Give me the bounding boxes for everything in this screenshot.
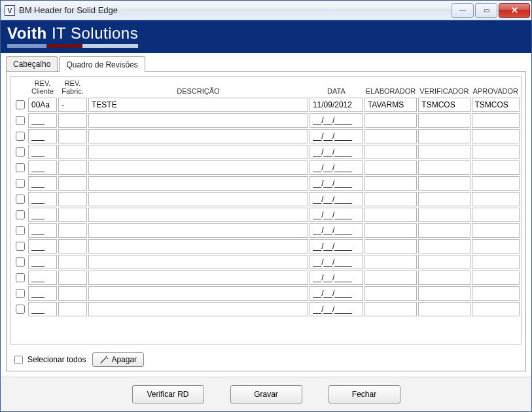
data-input[interactable]	[310, 160, 363, 175]
rev-fabric-input[interactable]	[58, 302, 87, 316]
rev-cliente-input[interactable]	[28, 192, 57, 206]
verificador-input[interactable]	[418, 239, 470, 253]
data-input[interactable]	[310, 192, 363, 206]
aprovador-input[interactable]	[472, 176, 520, 191]
elaborador-input[interactable]	[364, 239, 417, 253]
row-checkbox[interactable]	[16, 195, 25, 204]
select-all-label[interactable]: Selecionar todos	[12, 354, 86, 366]
row-checkbox[interactable]	[16, 226, 25, 235]
row-checkbox[interactable]	[16, 289, 25, 298]
verificador-input[interactable]	[418, 98, 470, 112]
verificador-input[interactable]	[418, 160, 470, 175]
rev-cliente-input[interactable]	[28, 113, 57, 128]
data-input[interactable]	[310, 302, 363, 316]
table-scroll[interactable]: REV. Cliente REV. Fabric. DESCRIÇÃO	[11, 77, 521, 344]
elaborador-input[interactable]	[364, 113, 417, 128]
data-input[interactable]	[310, 255, 363, 269]
rev-cliente-input[interactable]	[28, 271, 57, 285]
close-form-button[interactable]: Fechar	[328, 385, 400, 403]
aprovador-input[interactable]	[472, 302, 520, 316]
row-checkbox[interactable]	[16, 116, 25, 125]
descricao-input[interactable]	[88, 129, 308, 143]
rev-fabric-input[interactable]	[58, 223, 87, 238]
row-checkbox[interactable]	[16, 273, 25, 282]
aprovador-input[interactable]	[472, 286, 520, 301]
data-input[interactable]	[310, 129, 363, 143]
rev-fabric-input[interactable]	[58, 160, 87, 175]
maximize-button[interactable]: ▭	[475, 3, 497, 18]
close-button[interactable]: ✕	[499, 3, 530, 18]
elaborador-input[interactable]	[364, 176, 417, 191]
data-input[interactable]	[310, 223, 363, 238]
verificador-input[interactable]	[418, 129, 470, 143]
descricao-input[interactable]	[88, 98, 308, 112]
rev-cliente-input[interactable]	[28, 302, 57, 316]
rev-cliente-input[interactable]	[28, 255, 57, 269]
aprovador-input[interactable]	[472, 98, 520, 112]
data-input[interactable]	[310, 271, 363, 285]
rev-cliente-input[interactable]	[28, 176, 57, 191]
row-checkbox[interactable]	[16, 179, 25, 188]
descricao-input[interactable]	[88, 176, 308, 191]
rev-fabric-input[interactable]	[58, 129, 87, 143]
aprovador-input[interactable]	[472, 223, 520, 238]
elaborador-input[interactable]	[364, 98, 417, 112]
descricao-input[interactable]	[88, 302, 308, 316]
data-input[interactable]	[310, 208, 363, 222]
verificador-input[interactable]	[418, 113, 470, 128]
verificador-input[interactable]	[418, 176, 470, 191]
rev-cliente-input[interactable]	[28, 286, 57, 301]
verificador-input[interactable]	[418, 302, 470, 316]
elaborador-input[interactable]	[364, 160, 417, 175]
rev-fabric-input[interactable]	[58, 271, 87, 285]
row-checkbox[interactable]	[16, 257, 25, 267]
rev-fabric-input[interactable]	[58, 192, 87, 206]
descricao-input[interactable]	[88, 255, 308, 269]
rev-fabric-input[interactable]	[58, 208, 87, 222]
elaborador-input[interactable]	[364, 286, 417, 301]
rev-fabric-input[interactable]	[58, 176, 87, 191]
rev-cliente-input[interactable]	[28, 98, 57, 112]
elaborador-input[interactable]	[364, 145, 417, 159]
rev-fabric-input[interactable]	[58, 286, 87, 301]
descricao-input[interactable]	[88, 113, 308, 128]
data-input[interactable]	[310, 239, 363, 253]
select-all-checkbox[interactable]	[14, 356, 23, 364]
elaborador-input[interactable]	[364, 223, 417, 238]
verificador-input[interactable]	[418, 145, 470, 159]
verificador-input[interactable]	[418, 192, 470, 206]
save-button[interactable]: Gravar	[230, 385, 302, 403]
verificador-input[interactable]	[418, 286, 470, 301]
elaborador-input[interactable]	[364, 208, 417, 222]
aprovador-input[interactable]	[472, 113, 520, 128]
minimize-button[interactable]: ―	[452, 3, 474, 18]
elaborador-input[interactable]	[364, 302, 417, 316]
data-input[interactable]	[310, 98, 363, 112]
aprovador-input[interactable]	[472, 208, 520, 222]
row-checkbox[interactable]	[16, 305, 25, 314]
data-input[interactable]	[310, 286, 363, 301]
aprovador-input[interactable]	[472, 255, 520, 269]
rev-cliente-input[interactable]	[28, 145, 57, 159]
delete-button[interactable]: Apagar	[92, 352, 144, 367]
rev-cliente-input[interactable]	[28, 129, 57, 143]
row-checkbox[interactable]	[16, 210, 25, 219]
aprovador-input[interactable]	[472, 239, 520, 253]
aprovador-input[interactable]	[472, 160, 520, 175]
rev-cliente-input[interactable]	[28, 223, 57, 238]
aprovador-input[interactable]	[472, 192, 520, 206]
row-checkbox[interactable]	[16, 100, 25, 109]
aprovador-input[interactable]	[472, 271, 520, 285]
descricao-input[interactable]	[88, 223, 308, 238]
row-checkbox[interactable]	[16, 147, 25, 157]
rev-cliente-input[interactable]	[28, 239, 57, 253]
data-input[interactable]	[310, 145, 363, 159]
verificador-input[interactable]	[418, 208, 470, 222]
titlebar[interactable]: V BM Header for Solid Edge ― ▭ ✕	[1, 1, 531, 20]
rev-fabric-input[interactable]	[58, 145, 87, 159]
descricao-input[interactable]	[88, 192, 308, 206]
rev-cliente-input[interactable]	[28, 208, 57, 222]
verificador-input[interactable]	[418, 271, 470, 285]
elaborador-input[interactable]	[364, 192, 417, 206]
verify-button[interactable]: Verificar RD	[132, 385, 204, 403]
